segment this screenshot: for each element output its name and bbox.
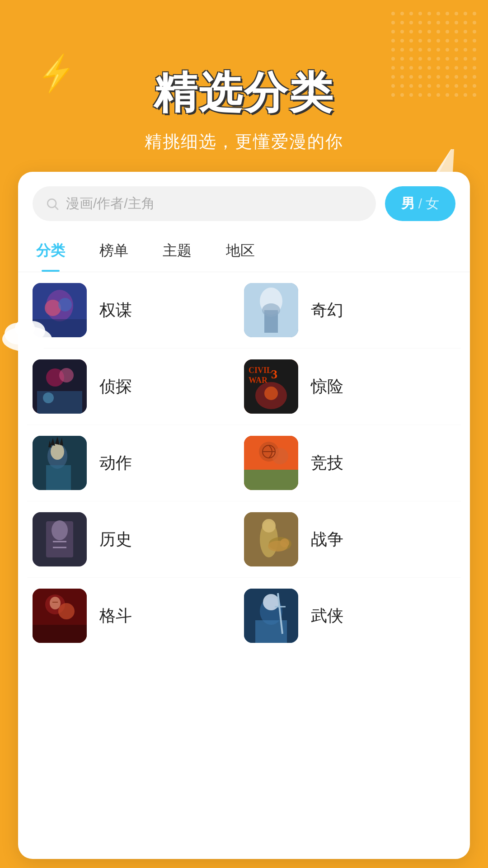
category-item-jingji[interactable]: 竞技 xyxy=(244,436,455,490)
category-name-zhanzhen: 战争 xyxy=(311,528,343,551)
svg-point-21 xyxy=(59,368,74,382)
category-thumb-qihuan xyxy=(244,283,298,337)
category-row-2: 侦探 CIVIL WAR 3 惊险 xyxy=(27,349,461,425)
search-icon xyxy=(45,197,60,211)
category-thumb-zhanzhen xyxy=(244,512,298,566)
category-list: 权谋 奇幻 xyxy=(18,272,470,654)
main-card: 漫画/作者/主角 男 / 女 分类 榜单 主题 地区 xyxy=(18,172,470,859)
category-item-wuxia[interactable]: 武侠 xyxy=(244,589,455,643)
category-item-qihuan[interactable]: 奇幻 xyxy=(244,283,455,337)
cloud-decoration xyxy=(0,307,54,787)
search-bar: 漫画/作者/主角 男 / 女 xyxy=(18,172,470,230)
svg-line-9 xyxy=(55,207,58,209)
category-name-lishi: 历史 xyxy=(99,528,132,551)
category-item-zhentan[interactable]: 侦探 xyxy=(33,359,244,414)
category-item-gedou[interactable]: 格斗 xyxy=(33,589,244,643)
hero-subtitle: 精挑细选，更懂爱漫的你 xyxy=(145,130,343,153)
svg-point-29 xyxy=(264,387,278,400)
category-item-lishi[interactable]: 历史 xyxy=(33,512,244,566)
search-input[interactable]: 漫画/作者/主角 xyxy=(66,194,155,213)
category-item-dongzuo[interactable]: 动作 xyxy=(33,436,244,490)
category-name-dongzuo: 动作 xyxy=(99,452,132,474)
category-thumb-jingji xyxy=(244,436,298,490)
tab-zhuti[interactable]: 主题 xyxy=(159,230,195,272)
search-input-wrap[interactable]: 漫画/作者/主角 xyxy=(33,186,376,221)
category-name-zhentan: 侦探 xyxy=(99,376,132,398)
category-row-5: 格斗 武侠 xyxy=(27,578,461,654)
category-item-jingxian[interactable]: CIVIL WAR 3 惊险 xyxy=(244,359,455,414)
svg-point-57 xyxy=(58,603,75,619)
tab-bangdan[interactable]: 榜单 xyxy=(96,230,132,272)
gender-male-label: 男 xyxy=(401,194,415,213)
category-name-jingji: 竞技 xyxy=(311,452,343,474)
svg-point-63 xyxy=(263,594,279,610)
gender-separator: / xyxy=(418,196,422,212)
gender-female-label: 女 xyxy=(426,194,439,213)
tab-fenlei[interactable]: 分类 xyxy=(33,230,69,272)
svg-text:3: 3 xyxy=(271,367,277,381)
tab-diqu[interactable]: 地区 xyxy=(222,230,258,272)
category-row-4: 历史 战争 xyxy=(27,501,461,578)
category-row-3: 动作 竞技 xyxy=(27,425,461,501)
category-name-quanmou: 权谋 xyxy=(99,299,132,321)
tabs-bar: 分类 榜单 主题 地区 xyxy=(18,230,470,272)
category-name-jingxian: 惊险 xyxy=(311,376,343,398)
svg-point-51 xyxy=(262,519,276,533)
lightning-icon: ⚡ xyxy=(33,51,80,96)
category-name-qihuan: 奇幻 xyxy=(311,299,343,321)
category-thumb-jingxian: CIVIL WAR 3 xyxy=(244,359,298,414)
gender-toggle[interactable]: 男 / 女 xyxy=(385,186,455,221)
svg-point-7 xyxy=(15,319,35,337)
svg-point-40 xyxy=(272,448,288,464)
category-item-quanmou[interactable]: 权谋 xyxy=(33,283,244,337)
svg-point-54 xyxy=(280,538,289,547)
category-row-1: 权谋 奇幻 xyxy=(27,272,461,349)
svg-rect-41 xyxy=(244,470,298,490)
svg-point-13 xyxy=(58,298,72,311)
svg-rect-1 xyxy=(389,9,479,99)
svg-point-18 xyxy=(262,303,280,317)
category-item-zhanzhen[interactable]: 战争 xyxy=(244,512,455,566)
svg-text:CIVIL: CIVIL xyxy=(249,366,272,375)
dots-decoration xyxy=(389,9,479,99)
category-thumb-wuxia xyxy=(244,589,298,643)
category-name-wuxia: 武侠 xyxy=(311,605,343,627)
paper-plane-icon xyxy=(425,149,461,181)
category-name-gedou: 格斗 xyxy=(99,605,132,627)
hero-title: 精选分类 xyxy=(154,64,334,123)
